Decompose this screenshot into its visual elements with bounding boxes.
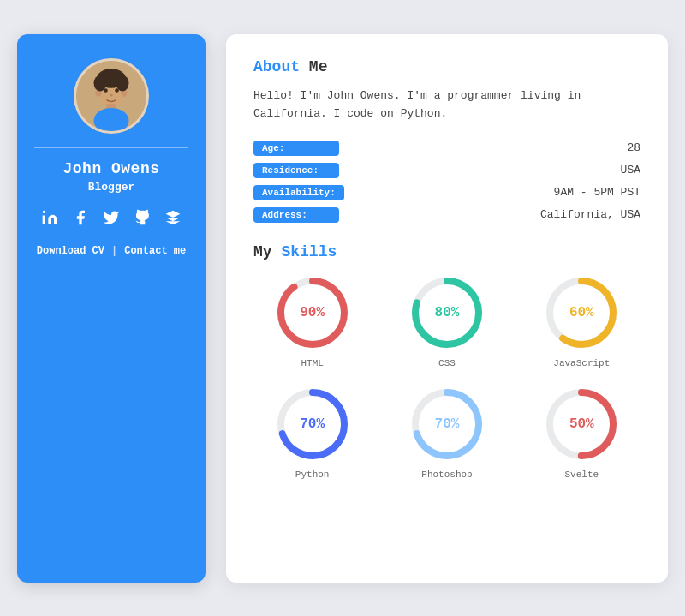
skills-section: My Skills 90% HTML 80% CSS — [253, 243, 640, 480]
user-name: John Owens — [63, 160, 159, 177]
skill-circle: 60% — [543, 274, 620, 351]
skills-title-normal: My — [253, 243, 272, 260]
download-cv-link[interactable]: Download CV — [37, 245, 104, 257]
skills-title-highlight: Skills — [281, 243, 337, 260]
avatar — [74, 58, 149, 134]
residence-badge: Residence: — [253, 163, 339, 178]
svg-point-13 — [43, 211, 45, 213]
linkedin-icon[interactable] — [39, 207, 60, 228]
main-panel: About Me Hello! I'm John Owens. I'm a pr… — [226, 34, 668, 583]
skill-circle: 50% — [543, 386, 620, 463]
availability-badge: Availability: — [253, 185, 344, 200]
skill-circle: 80% — [408, 274, 485, 351]
github-icon[interactable] — [132, 207, 152, 228]
skill-item: 90% HTML — [253, 274, 371, 368]
twitter-icon[interactable] — [101, 207, 122, 228]
skill-item: 60% JavaScript — [523, 274, 640, 368]
profile-card: John Owens Blogger — [17, 34, 206, 583]
skill-percent: 80% — [435, 305, 460, 320]
facebook-icon[interactable] — [70, 207, 91, 228]
skill-circle: 90% — [274, 274, 351, 351]
skill-item: 70% Python — [253, 386, 371, 480]
availability-value: 9AM - 5PM PST — [554, 186, 640, 199]
skill-circle: 70% — [408, 386, 485, 463]
skill-name: Python — [295, 469, 330, 480]
skill-percent: 90% — [300, 305, 325, 320]
info-row-address: Address: California, USA — [253, 207, 640, 223]
skill-name: Photoshop — [421, 469, 472, 480]
bio-text: Hello! I'm John Owens. I'm a programmer … — [253, 87, 640, 123]
skill-name: Svelte — [565, 469, 599, 480]
info-row-availability: Availability: 9AM - 5PM PST — [253, 185, 640, 200]
skill-item: 50% Svelte — [523, 386, 640, 480]
skill-percent: 70% — [300, 416, 325, 432]
about-title-highlight: About — [253, 58, 300, 75]
skill-percent: 70% — [435, 416, 460, 432]
skill-item: 80% CSS — [388, 274, 505, 368]
user-title: Blogger — [88, 181, 135, 194]
contact-me-link[interactable]: Contact me — [124, 245, 186, 257]
avatar-image — [76, 61, 146, 131]
about-section-title: About Me — [253, 58, 640, 75]
age-badge: Age: — [253, 141, 339, 156]
svg-point-9 — [110, 94, 113, 97]
address-value: California, USA — [540, 208, 640, 221]
actions-row: Download CV | Contact me — [37, 245, 186, 257]
action-separator: | — [111, 245, 117, 257]
skill-name: JavaScript — [553, 358, 610, 368]
age-value: 28 — [627, 141, 640, 154]
skill-name: CSS — [438, 358, 456, 368]
skill-percent: 50% — [569, 416, 594, 432]
app-container: John Owens Blogger — [17, 34, 668, 583]
info-table: Age: 28 Residence: USA Availability: 9AM… — [253, 141, 640, 223]
card-divider — [34, 147, 188, 148]
social-icons-row — [39, 207, 183, 228]
stackshare-icon[interactable] — [163, 207, 183, 228]
residence-value: USA — [621, 164, 640, 176]
skills-grid: 90% HTML 80% CSS 60% JavaScript 70% — [253, 274, 640, 480]
skill-circle: 70% — [274, 386, 351, 463]
skills-section-title: My Skills — [253, 243, 640, 260]
svg-point-12 — [116, 75, 129, 92]
skill-name: HTML — [301, 358, 323, 368]
info-row-age: Age: 28 — [253, 141, 640, 156]
about-title-normal: Me — [309, 58, 328, 75]
info-row-residence: Residence: USA — [253, 163, 640, 178]
skill-percent: 60% — [569, 305, 594, 320]
svg-point-11 — [94, 75, 107, 92]
skill-item: 70% Photoshop — [388, 386, 505, 480]
address-badge: Address: — [253, 207, 339, 223]
